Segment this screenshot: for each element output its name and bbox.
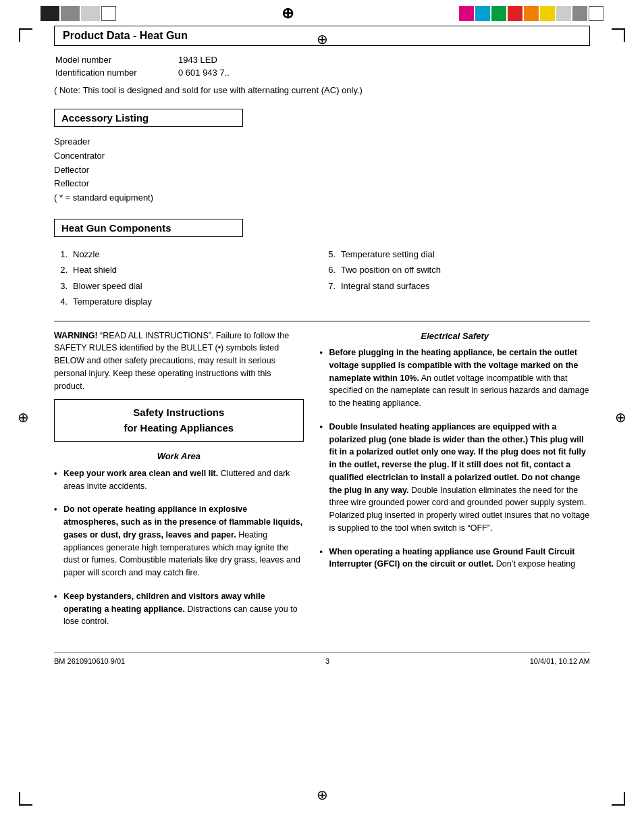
work-bullet-1-text: Keep your work area clean and well lit. … <box>63 467 304 493</box>
corner-mark-bl <box>19 792 32 806</box>
component-3: 3. Blower speed dial <box>54 278 322 294</box>
page-footer: BM 2610910610 9/01 3 10/4/01, 10:12 AM <box>54 652 590 669</box>
elec-bullet-2: • Double Insulated heating appliances ar… <box>320 421 590 540</box>
footer-right: 10/4/01, 10:12 AM <box>530 657 590 665</box>
components-right-list: 5. Temperature setting dial 6. Two posit… <box>322 246 590 294</box>
electrical-safety-header: Electrical Safety <box>320 330 590 343</box>
bar-gray1 <box>61 6 80 21</box>
safety-line2: for Heating Appliances <box>63 421 295 436</box>
main-content: Product Data - Heat Gun Model number 194… <box>0 26 644 669</box>
top-decorative-bar: ⊕ <box>0 0 644 20</box>
side-reg-left: ⊕ <box>18 409 29 425</box>
component-5: 5. Temperature setting dial <box>322 246 590 262</box>
safety-line1: Safety Instructions <box>63 405 295 421</box>
elec-bullet-sym-2: • <box>320 421 327 540</box>
components-header: Heat Gun Components <box>54 219 243 237</box>
model-value: 1943 LED <box>178 54 230 66</box>
component-2: 2. Heat shield <box>54 262 322 278</box>
work-bullet-2-text: Do not operate heating appliance in expl… <box>63 503 304 579</box>
bullet-sym-1: • <box>54 467 61 498</box>
footer-center: 3 <box>325 657 329 665</box>
top-reg-center: ⊕ <box>317 31 328 47</box>
components-col-left: 1. Nozzle 2. Heat shield 3. Blower speed… <box>54 246 322 310</box>
model-row: Model number 1943 LED <box>55 54 230 66</box>
swatch-cyan <box>475 6 490 21</box>
main-divider <box>54 321 590 321</box>
swatch-light-gray <box>556 6 571 21</box>
elec-bullet-sym-1: • <box>320 346 327 415</box>
components-col-right: 5. Temperature setting dial 6. Two posit… <box>322 246 590 310</box>
bottom-reg-center: ⊕ <box>317 787 328 803</box>
accessory-item-note: ( * = standard equipment) <box>54 191 590 205</box>
elec-bullet-2-text: Double Insulated heating appliances are … <box>329 421 590 535</box>
work-area-header: Work Area <box>54 450 304 463</box>
component-4: 4. Temperature display <box>54 294 322 309</box>
bar-gray2 <box>81 6 100 21</box>
safety-instructions-box: Safety Instructions for Heating Applianc… <box>54 399 304 442</box>
swatch-medium-gray <box>572 6 587 21</box>
product-table: Model number 1943 LED Identification num… <box>54 53 231 80</box>
id-row: Identification number 0 601 943 7.. <box>55 67 230 78</box>
bar-black1 <box>41 6 59 21</box>
accessory-item-deflector: Deflector <box>54 163 590 178</box>
footer-left: BM 2610910610 9/01 <box>54 657 125 665</box>
id-value: 0 601 943 7.. <box>178 67 230 78</box>
side-reg-right: ⊕ <box>615 409 626 425</box>
work-bullet-1: • Keep your work area clean and well lit… <box>54 467 304 498</box>
corner-mark-br <box>612 792 625 806</box>
black-bars-left <box>41 6 116 21</box>
accessory-header: Accessory Listing <box>54 109 243 127</box>
swatch-white <box>589 6 603 21</box>
color-swatches <box>459 6 603 21</box>
warning-paragraph: WARNING! “READ ALL INSTRUCTIONS”. Failur… <box>54 330 304 393</box>
bottom-section: WARNING! “READ ALL INSTRUCTIONS”. Failur… <box>54 330 590 640</box>
swatch-green <box>491 6 506 21</box>
component-6: 6. Two position on off switch <box>322 262 590 278</box>
elec-bullet-3: • When operating a heating appliance use… <box>320 546 590 577</box>
elec-bullet-1-text: Before plugging in the heating appliance… <box>329 346 590 410</box>
work-bullet-3-text: Keep bystanders, children and visitors a… <box>63 590 304 628</box>
corner-mark-tl <box>19 28 32 42</box>
top-crosshair: ⊕ <box>116 5 459 22</box>
bullet-sym-2: • <box>54 503 61 585</box>
warning-label: WARNING! <box>54 331 98 340</box>
col-left: WARNING! “READ ALL INSTRUCTIONS”. Failur… <box>54 330 304 640</box>
swatch-magenta <box>459 6 474 21</box>
bar-white <box>101 6 116 21</box>
components-list: 1. Nozzle 2. Heat shield 3. Blower speed… <box>54 246 590 310</box>
component-1: 1. Nozzle <box>54 246 322 262</box>
id-label: Identification number <box>55 67 177 78</box>
work-bullet-2: • Do not operate heating appliance in ex… <box>54 503 304 585</box>
components-left-list: 1. Nozzle 2. Heat shield 3. Blower speed… <box>54 246 322 310</box>
accessory-item-reflector: Reflector <box>54 177 590 191</box>
accessory-item-spreader: Spreader <box>54 135 590 149</box>
elec-bullet-1: • Before plugging in the heating applian… <box>320 346 590 415</box>
swatch-red <box>508 6 522 21</box>
accessory-item-concentrator: Concentrator <box>54 149 590 163</box>
model-label: Model number <box>55 54 177 66</box>
ac-note: ( Note: This tool is designed and sold f… <box>54 85 590 95</box>
bullet-sym-3: • <box>54 590 61 633</box>
elec-bullet-sym-3: • <box>320 546 327 577</box>
work-bullet-3: • Keep bystanders, children and visitors… <box>54 590 304 633</box>
corner-mark-tr <box>612 28 625 42</box>
swatch-yellow <box>540 6 555 21</box>
elec-bullet-3-text: When operating a heating appliance use G… <box>329 546 590 571</box>
accessory-list: Spreader Concentrator Deflector Reflecto… <box>54 135 590 205</box>
col-right: Electrical Safety • Before plugging in t… <box>320 330 590 640</box>
swatch-orange <box>524 6 539 21</box>
component-7: 7. Integral stand surfaces <box>322 278 590 294</box>
